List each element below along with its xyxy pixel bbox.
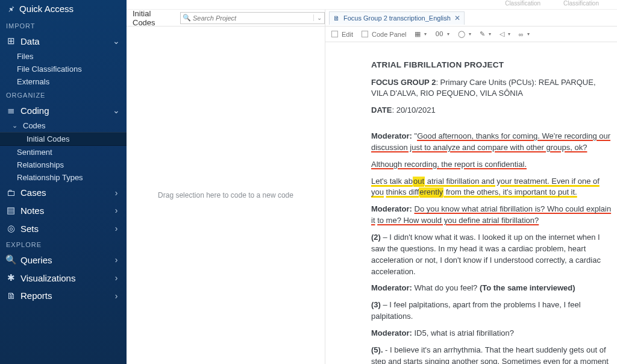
code-panel-toggle[interactable]: Code Panel <box>362 31 407 38</box>
doc-title: ATRIAL FIBRILLATION PROJECT <box>371 59 612 71</box>
data-icon: ⊞ <box>6 36 16 46</box>
nav-data-fileclass[interactable]: File Classifications <box>0 63 127 75</box>
section-import: Import <box>0 19 127 32</box>
chevron-right-icon: › <box>112 206 121 215</box>
doc-tab-title: Focus Group 2 transcription_English <box>343 14 451 22</box>
doc-mod3: Moderator: What do you feel? (To the sam… <box>371 283 612 294</box>
tree-toggle-icon[interactable]: ⌄ <box>12 122 19 130</box>
nav-cases[interactable]: 🗀Cases › <box>0 184 127 201</box>
shape-menu[interactable]: ◯▾ <box>458 30 471 38</box>
pin-icon <box>6 5 16 13</box>
chevron-right-icon: › <box>112 273 121 283</box>
pen-menu[interactable]: ✎▾ <box>480 30 491 38</box>
main-area: ClassificationClassification Initial Cod… <box>127 0 617 364</box>
chevron-right-icon: › <box>112 291 121 301</box>
section-organize: Organize <box>0 88 127 101</box>
nav-coding[interactable]: ≣Coding ⌄ <box>0 101 127 119</box>
document-icon: 🗎 <box>333 14 340 22</box>
link-menu[interactable]: ∞▾ <box>519 31 530 38</box>
nav-relationship-types[interactable]: Relationship Types <box>0 171 127 184</box>
nav-notes[interactable]: ▤Notes › <box>0 201 127 219</box>
doc-talk: Let's talk about atrial fibrillation and… <box>371 176 612 199</box>
link-icon: ∞ <box>519 31 524 38</box>
doc-p5: (5). - I believe it's an arrhythmia. Tha… <box>371 345 612 364</box>
doc-mod1: Moderator: "Good afternoon, thanks for c… <box>371 131 612 154</box>
search-dropdown-icon[interactable]: ⌄ <box>313 14 324 21</box>
layout-menu[interactable]: ▦▾ <box>415 30 427 38</box>
nav-visualizations[interactable]: ✱Visualizations › <box>0 269 127 287</box>
nav-data-externals[interactable]: Externals <box>0 75 127 88</box>
chevron-right-icon: › <box>112 188 121 198</box>
zoom-menu[interactable]: OO▾ <box>435 30 449 38</box>
nav-codes[interactable]: ⌄ Codes <box>0 119 127 132</box>
search-icon: 🔍 <box>6 254 16 265</box>
doc-focus-group: FOCUS GROUP 2: Primary Care Units (PCUs)… <box>371 77 612 100</box>
chevron-down-icon: ⌄ <box>112 36 121 46</box>
sets-icon: ◎ <box>6 223 16 234</box>
notes-icon: ▤ <box>6 205 16 216</box>
nav-initial-codes[interactable]: Initial Codes <box>0 132 127 146</box>
layout-icon: ▦ <box>415 30 421 38</box>
doc-toolbar: Edit Code Panel ▦▾ OO▾ ◯▾ ✎▾ ◁▾ ∞▾ <box>325 27 617 42</box>
doc-p2: (2) – I didn't know what it was. I looke… <box>371 232 612 277</box>
pen-icon: ✎ <box>480 30 485 38</box>
chevron-right-icon: › <box>112 255 121 265</box>
nav-data-files[interactable]: Files <box>0 50 127 63</box>
document-body[interactable]: ATRIAL FIBRILLATION PROJECT FOCUS GROUP … <box>325 42 617 364</box>
edit-toggle[interactable]: Edit <box>331 31 353 38</box>
chevron-down-icon: ⌄ <box>112 105 121 115</box>
visualizations-icon: ✱ <box>6 272 16 283</box>
doc-date: DATE: 20/10/2021 <box>371 105 612 116</box>
close-icon[interactable]: ✕ <box>454 14 460 22</box>
doc-p3: (3) – I feel palpitations, apart from th… <box>371 300 612 322</box>
coding-icon: ≣ <box>6 105 16 116</box>
reports-icon: 🗎 <box>6 290 16 301</box>
doc-tab[interactable]: 🗎 Focus Group 2 transcription_English ✕ <box>329 11 465 25</box>
left-sidebar: Quick Access Import ⊞Data ⌄ Files File C… <box>0 0 127 364</box>
nav-sentiment[interactable]: Sentiment <box>0 146 127 158</box>
nav-sets[interactable]: ◎Sets › <box>0 219 127 237</box>
nav-relationships[interactable]: Relationships <box>0 158 127 171</box>
nav-queries[interactable]: 🔍Queries › <box>0 251 127 269</box>
search-input[interactable] <box>193 13 313 24</box>
quick-access-label: Quick Access <box>19 4 74 14</box>
doc-mod2: Moderator: Do you know what atrial fibri… <box>371 204 612 227</box>
search-project[interactable]: 🔍 ⌄ <box>180 12 325 24</box>
column-headers: ClassificationClassification <box>505 0 599 7</box>
chevron-right-icon: › <box>112 224 121 233</box>
doc-mod4: Moderator: ID5, what is atrial fibrillat… <box>371 328 612 339</box>
codes-panel-title: Initial Codes <box>127 9 179 27</box>
nav-data[interactable]: ⊞Data ⌄ <box>0 32 127 50</box>
cases-icon: 🗀 <box>6 187 16 198</box>
eraser-icon: ◁ <box>500 30 504 38</box>
quick-access-header[interactable]: Quick Access <box>0 0 127 19</box>
codes-drop-area[interactable]: Drag selection here to code to a new cod… <box>127 27 325 364</box>
section-explore: Explore <box>0 237 127 251</box>
circle-icon: ◯ <box>458 30 465 38</box>
search-icon: 🔍 <box>181 14 193 22</box>
eraser-menu[interactable]: ◁▾ <box>500 30 510 38</box>
doc-confidential: Although recording, the report is confid… <box>371 159 612 171</box>
nav-reports[interactable]: 🗎Reports › <box>0 287 127 304</box>
